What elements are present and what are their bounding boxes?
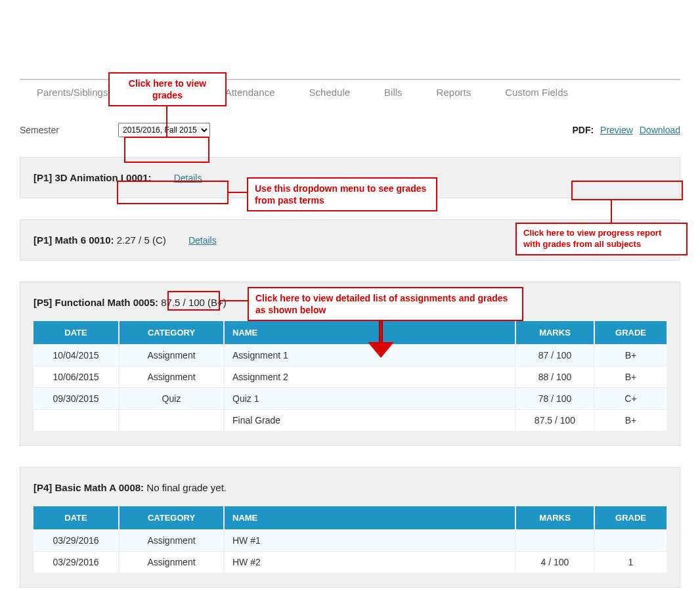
col-category: CATEGORY [119, 321, 224, 345]
table-row: 03/29/2016 Assignment HW #1 [33, 530, 667, 552]
connector-dropdown [229, 192, 247, 193]
table-row: 03/29/2016 Assignment HW #2 4 / 100 1 [33, 552, 667, 573]
course-block-basic-math: [P4] Basic Math A 0008: No final grade y… [20, 467, 680, 588]
details-link[interactable]: Details [188, 235, 217, 246]
grades-table: DATE CATEGORY NAME MARKS GRADE 03/29/201… [33, 506, 667, 573]
table-row: Final Grade 87.5 / 100 B+ [33, 410, 667, 431]
table-row: 09/30/2015 Quiz Quiz 1 78 / 100 C+ [33, 388, 667, 410]
course-title: [P1] Math 6 0010: 2.27 / 5 (C) [33, 234, 169, 246]
tab-schedule[interactable]: Schedule [292, 80, 368, 104]
controls-row: Semester 2015/2016, Fall 2015 PDF: Previ… [20, 123, 680, 137]
course-title: [P4] Basic Math A 0008: No final grade y… [33, 482, 227, 493]
table-row: 10/06/2015 Assignment Assignment 2 88 / … [33, 366, 667, 388]
pdf-preview-link[interactable]: Preview [600, 125, 633, 135]
col-date: DATE [33, 321, 119, 345]
col-date: DATE [33, 506, 119, 530]
col-grade: GRADE [594, 506, 667, 530]
course-title: [P1] 3D Animation I 0001: [33, 172, 154, 183]
arrow-down-icon [368, 317, 394, 358]
col-grade: GRADE [594, 321, 667, 345]
callout-progress: Click here to view progress report with … [515, 223, 688, 255]
tab-reports[interactable]: Reports [420, 80, 489, 104]
col-marks: MARKS [515, 321, 594, 345]
semester-label: Semester [20, 125, 118, 135]
table-header-row: DATE CATEGORY NAME MARKS GRADE [33, 321, 667, 345]
tab-bills[interactable]: Bills [367, 80, 420, 104]
semester-select[interactable]: 2015/2016, Fall 2015 [118, 123, 210, 137]
connector-details [220, 300, 248, 301]
col-marks: MARKS [515, 506, 594, 530]
connector-progress [611, 200, 612, 223]
grades-table: DATE CATEGORY NAME MARKS GRADE 10/04/201… [33, 321, 667, 431]
col-name: NAME [224, 506, 515, 530]
callout-dropdown: Use this dropdown menu to see grades fro… [247, 177, 437, 211]
pdf-download-link[interactable]: Download [640, 125, 680, 135]
connector-top [166, 105, 167, 137]
table-header-row: DATE CATEGORY NAME MARKS GRADE [33, 506, 667, 530]
callout-details: Click here to view detailed list of assi… [248, 287, 523, 321]
course-title: [P5] Functional Math 0005: 87.5 / 100 (B… [33, 297, 227, 308]
pdf-block: PDF: Preview Download [572, 125, 680, 135]
pdf-label: PDF: [572, 125, 594, 135]
callout-top: Click here to view grades [108, 72, 227, 106]
col-category: CATEGORY [119, 506, 224, 530]
table-row: 10/04/2015 Assignment Assignment 1 87 / … [33, 345, 667, 366]
details-link[interactable]: Details [174, 173, 202, 183]
tab-custom-fields[interactable]: Custom Fields [488, 80, 585, 104]
